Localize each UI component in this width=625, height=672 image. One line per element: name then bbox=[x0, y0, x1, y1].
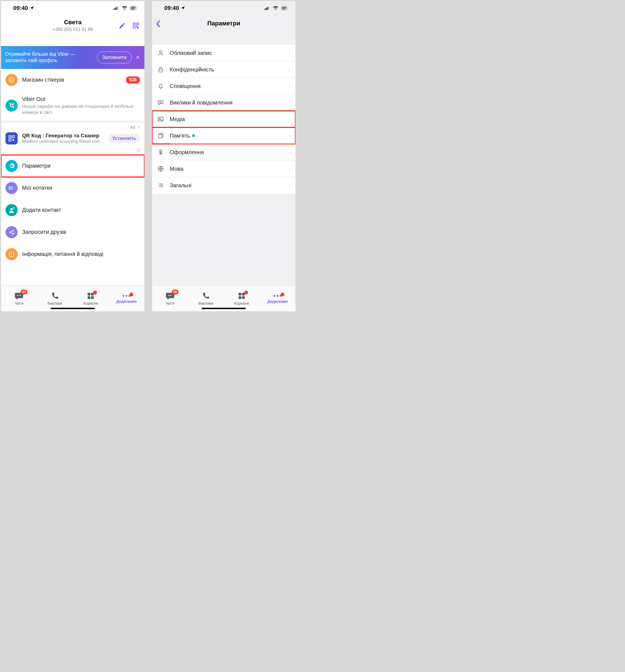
svg-rect-14 bbox=[9, 139, 11, 141]
settings-media-label: Медіа bbox=[170, 116, 284, 122]
tab-chats-badge: 65 bbox=[172, 290, 179, 294]
edit-icon[interactable] bbox=[119, 22, 126, 29]
svg-rect-5 bbox=[136, 23, 139, 25]
location-arrow-icon bbox=[181, 6, 185, 10]
settings-row-storage[interactable]: Пам'ять › bbox=[152, 127, 295, 144]
chevron-right-icon: › bbox=[289, 100, 291, 105]
settings-row-general[interactable]: Загальні › bbox=[152, 177, 295, 194]
status-time: 09:40 bbox=[13, 5, 34, 11]
info-icon bbox=[8, 251, 15, 257]
settings-row-account[interactable]: Обліковий запис › bbox=[152, 45, 295, 61]
tab-calls-label: Виклики bbox=[198, 301, 213, 306]
chevron-right-icon: › bbox=[289, 116, 291, 122]
settings-row-appearance[interactable]: Оформлення › bbox=[152, 144, 295, 161]
svg-rect-31 bbox=[88, 296, 91, 299]
tab-explore-dot bbox=[93, 291, 97, 294]
tab-bar: 65 Чати Виклики Корисне Додатково bbox=[152, 285, 295, 311]
phone-screen-settings: 09:40 37 Параметри Обліковий запис › Кон… bbox=[152, 1, 295, 311]
tab-more[interactable]: Додатково bbox=[108, 286, 144, 311]
svg-point-24 bbox=[11, 253, 12, 254]
back-button[interactable] bbox=[155, 20, 160, 27]
svg-rect-8 bbox=[138, 28, 139, 28]
tab-more-dot bbox=[280, 293, 284, 296]
appearance-icon bbox=[157, 149, 164, 155]
battery-level: 37 bbox=[131, 6, 135, 10]
settings-label: Параметри bbox=[22, 163, 140, 169]
svg-rect-12 bbox=[9, 136, 11, 138]
chevron-left-icon bbox=[155, 20, 160, 27]
promo-banner: Отримайте більше від Viber — заповніть с… bbox=[1, 46, 144, 69]
svg-rect-37 bbox=[266, 8, 267, 10]
settings-row-media[interactable]: Медіа › bbox=[152, 111, 295, 127]
chevron-right-icon: › bbox=[289, 149, 291, 155]
svg-point-51 bbox=[170, 295, 171, 296]
ad-tag: Ad bbox=[130, 125, 135, 129]
profile-name: Света bbox=[53, 19, 93, 26]
svg-point-17 bbox=[9, 188, 10, 188]
ad-row[interactable]: QR Код : Генератор та Сканер Modern unli… bbox=[1, 130, 144, 148]
new-indicator-dot bbox=[192, 134, 195, 137]
svg-point-47 bbox=[158, 184, 159, 184]
svg-rect-39 bbox=[269, 6, 270, 10]
status-time-text: 09:40 bbox=[164, 5, 179, 11]
lock-icon bbox=[157, 66, 164, 73]
chat-icon bbox=[157, 99, 164, 106]
svg-rect-55 bbox=[239, 296, 242, 299]
bell-icon bbox=[157, 83, 164, 89]
svg-point-40 bbox=[159, 51, 162, 53]
row-my-notes[interactable]: Мої нотатки bbox=[1, 177, 144, 199]
svg-rect-25 bbox=[11, 254, 12, 256]
svg-point-50 bbox=[168, 295, 169, 296]
settings-privacy-label: Конфіденційність bbox=[170, 67, 284, 73]
tab-more-label: Додатково bbox=[267, 299, 288, 304]
svg-point-58 bbox=[277, 295, 278, 296]
settings-row-notifications[interactable]: Сповіщення › bbox=[152, 78, 295, 94]
status-bar: 09:40 37 bbox=[1, 1, 144, 15]
phone-screen-more: 09:40 37 Света +380 (93) 511 41 89 Отрим… bbox=[1, 1, 144, 311]
wifi-icon bbox=[122, 6, 127, 10]
svg-point-22 bbox=[12, 233, 14, 235]
svg-point-18 bbox=[9, 189, 10, 190]
close-icon bbox=[135, 55, 140, 59]
svg-rect-2 bbox=[116, 7, 117, 10]
chevron-right-icon: › bbox=[289, 83, 291, 89]
chevron-right-icon: › bbox=[289, 183, 291, 188]
ad-info-icon[interactable]: ⓘ bbox=[1, 148, 144, 155]
ad-install-button[interactable]: Установіть bbox=[108, 134, 140, 143]
battery-level: 37 bbox=[282, 6, 286, 10]
promo-fill-button[interactable]: Заповнити bbox=[97, 52, 132, 64]
tab-chats[interactable]: 65 Чати bbox=[152, 286, 188, 311]
settings-title: Параметри bbox=[207, 20, 240, 27]
tab-more-dot bbox=[129, 293, 133, 296]
svg-point-34 bbox=[126, 295, 127, 296]
ad-header[interactable]: Ad bbox=[1, 123, 144, 130]
row-settings[interactable]: Параметри bbox=[1, 155, 144, 177]
chevron-right-icon: › bbox=[289, 166, 291, 172]
ad-desc: Modern unlimited scanning Read codes… bbox=[22, 139, 104, 144]
battery-indicator: 37 bbox=[280, 5, 288, 11]
phone-icon bbox=[51, 292, 59, 300]
chevron-down-icon bbox=[137, 125, 141, 129]
promo-close-button[interactable] bbox=[135, 55, 141, 59]
row-add-contact[interactable]: Додати контакт bbox=[1, 199, 144, 221]
qr-icon[interactable] bbox=[132, 22, 140, 29]
media-icon bbox=[157, 116, 164, 122]
tab-bar: 65 Чати Виклики Корисне Додатково bbox=[1, 285, 144, 311]
status-time: 09:40 bbox=[164, 5, 185, 11]
row-sticker-market[interactable]: Магазин стікерів 538 bbox=[1, 69, 144, 91]
settings-row-language[interactable]: Мова › bbox=[152, 161, 295, 177]
invite-label: Запросити друзів bbox=[22, 229, 140, 235]
row-info-faq[interactable]: Інформація, питання й відповіді bbox=[1, 243, 144, 265]
settings-row-calls-messages[interactable]: Виклики й повідомлення › bbox=[152, 94, 295, 111]
row-invite-friends[interactable]: Запросити друзів bbox=[1, 221, 144, 243]
svg-rect-45 bbox=[159, 150, 162, 151]
svg-point-21 bbox=[12, 230, 14, 232]
row-viber-out[interactable]: Viber Out Низькі тарифи на дзвінки на ст… bbox=[1, 91, 144, 120]
status-bar: 09:40 37 bbox=[152, 1, 295, 15]
settings-row-privacy[interactable]: Конфіденційність › bbox=[152, 61, 295, 78]
tab-more[interactable]: Додатково bbox=[259, 286, 295, 311]
svg-point-9 bbox=[9, 77, 14, 82]
tab-chats[interactable]: 65 Чати bbox=[1, 286, 37, 311]
tab-chats-badge: 65 bbox=[21, 290, 28, 294]
location-arrow-icon bbox=[30, 6, 34, 10]
